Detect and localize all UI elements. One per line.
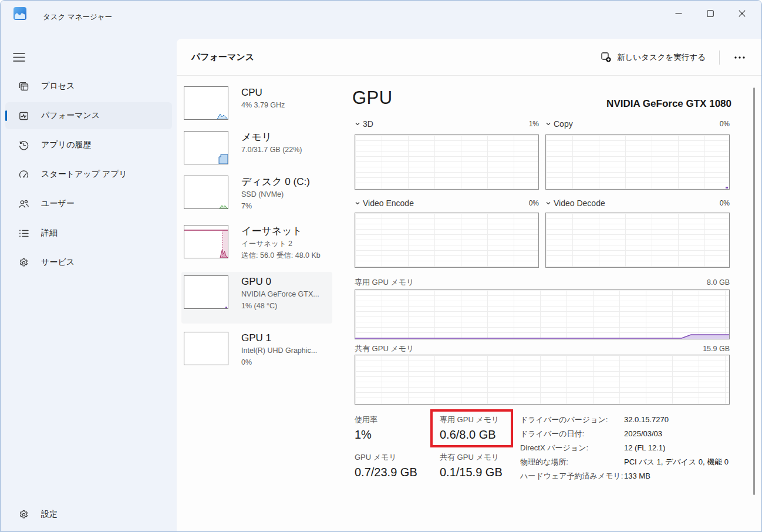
run-new-task-button[interactable]: 新しいタスクを実行する <box>596 49 710 66</box>
perf-item-stat: NVIDIA GeForce GTX... <box>241 289 319 300</box>
content-panel: パフォーマンス 新しいタスクを実行する <box>177 39 761 531</box>
detail-row: ハードウェア予約済みメモリ: 133 MB <box>520 471 731 485</box>
detail-row: DirectX バージョン: 12 (FL 12.1) <box>520 443 731 457</box>
chart-value: 0% <box>720 120 730 128</box>
vertical-scrollbar[interactable] <box>753 87 755 495</box>
shared-memory-chart <box>355 355 730 405</box>
chart-value: 1% <box>529 120 539 128</box>
sidebar-item-services[interactable]: サービス <box>5 249 172 276</box>
perf-item-disk[interactable]: ディスク 0 (C:) SSD (NVMe) 7% <box>184 176 310 211</box>
task-manager-window: タスク マネージャー <box>0 0 762 532</box>
sidebar-item-processes[interactable]: プロセス <box>5 73 172 100</box>
sidebar-item-label: パフォーマンス <box>41 110 100 121</box>
gpu-title: GPU <box>352 87 393 109</box>
dedicated-memory-max: 8.0 GB <box>707 278 730 287</box>
details-icon <box>18 228 29 239</box>
users-icon <box>18 198 29 210</box>
perf-item-stat: Intel(R) UHD Graphic... <box>241 346 317 356</box>
perf-item-gpu1[interactable]: GPU 1 Intel(R) UHD Graphic... 0% <box>184 332 317 368</box>
sidebar-item-label: 詳細 <box>41 228 58 238</box>
perf-item-cpu[interactable]: CPU 4% 3.79 GHz <box>184 86 285 120</box>
titlebar: タスク マネージャー <box>1 1 761 39</box>
disk-mini-chart <box>184 176 228 209</box>
dedicated-memory-chart <box>355 289 730 339</box>
perf-item-name: CPU <box>241 86 285 99</box>
app-history-icon <box>18 140 29 151</box>
hamburger-icon[interactable] <box>12 50 26 63</box>
stat-shared-memory: 共有 GPU メモリ 0.1/15.9 GB <box>440 453 522 479</box>
settings-label: 設定 <box>41 509 58 520</box>
video-decode-chart <box>545 213 730 268</box>
sidebar-item-startup-apps[interactable]: スタートアップ アプリ <box>5 161 172 188</box>
perf-item-name: ディスク 0 (C:) <box>241 176 310 188</box>
video-encode-chart <box>355 213 539 268</box>
chevron-down-icon <box>545 121 551 127</box>
perf-item-stat: SSD (NVMe) <box>241 190 310 200</box>
run-new-task-label: 新しいタスクを実行する <box>617 52 706 63</box>
stat-utilization: 使用率 1% <box>355 415 437 442</box>
perf-item-gpu0[interactable]: GPU 0 NVIDIA GeForce GTX... 1% (48 °C) <box>184 275 319 311</box>
chart-section-video-encode[interactable]: Video Encode <box>355 198 414 208</box>
ethernet-mini-chart <box>184 225 228 258</box>
sidebar-item-app-history[interactable]: アプリの履歴 <box>5 132 172 159</box>
perf-item-stat: 送信: 56.0 受信: 48.0 Kb <box>241 251 321 261</box>
perf-item-stat: 0% <box>241 358 317 368</box>
3d-chart <box>355 134 539 190</box>
gpu-detail-pane: GPU NVIDIA GeForce GTX 1080 3D 1% Copy 0… <box>350 83 734 523</box>
detail-row: ドライバーのバージョン: 32.0.15.7270 <box>520 415 731 429</box>
new-task-icon <box>601 52 611 62</box>
chevron-down-icon <box>355 121 360 127</box>
perf-item-name: メモリ <box>241 131 302 144</box>
sidebar-item-performance[interactable]: パフォーマンス <box>5 102 172 129</box>
perf-item-stat: 7.0/31.7 GB (22%) <box>241 145 302 156</box>
cpu-mini-chart <box>184 86 228 120</box>
gear-icon <box>18 509 29 520</box>
chart-section-3d[interactable]: 3D <box>355 119 373 129</box>
chart-value: 0% <box>720 199 730 207</box>
chart-section-video-decode[interactable]: Video Decode <box>545 198 605 208</box>
perf-item-stat: 4% 3.79 GHz <box>241 100 285 111</box>
chevron-down-icon <box>545 200 551 206</box>
sidebar-item-label: アプリの履歴 <box>41 140 91 150</box>
sidebar: プロセス パフォーマンス <box>1 39 177 531</box>
minimize-icon[interactable] <box>663 1 694 26</box>
content-header: パフォーマンス 新しいタスクを実行する <box>177 39 761 76</box>
copy-chart <box>545 134 730 190</box>
services-icon <box>18 257 29 268</box>
sidebar-item-details[interactable]: 詳細 <box>5 220 172 247</box>
perf-item-stat: 1% (48 °C) <box>241 301 319 312</box>
highlight-box <box>430 409 513 447</box>
memory-mini-chart <box>184 131 228 164</box>
activity-dot <box>726 187 728 188</box>
maximize-icon[interactable] <box>694 1 726 26</box>
performance-icon <box>18 110 29 122</box>
startup-apps-icon <box>18 169 29 180</box>
task-manager-icon <box>14 7 26 20</box>
shared-memory-label: 共有 GPU メモリ <box>355 344 414 354</box>
ellipsis-icon[interactable] <box>729 53 751 62</box>
sidebar-item-users[interactable]: ユーザー <box>5 190 172 217</box>
perf-item-name: GPU 1 <box>241 332 317 345</box>
processes-icon <box>18 81 29 92</box>
sidebar-item-label: ユーザー <box>41 198 75 209</box>
header-separator <box>719 50 720 65</box>
perf-item-name: イーサネット <box>241 225 321 238</box>
detail-row: 物理的な場所: PCI バス 1, デバイス 0, 機能 0 <box>520 457 731 471</box>
perf-item-ethernet[interactable]: イーサネット イーサネット 2 送信: 56.0 受信: 48.0 Kb <box>184 225 321 261</box>
selected-accent-bar <box>5 110 7 121</box>
detail-row: ドライバーの日付: 2025/03/03 <box>520 429 731 443</box>
chart-section-copy[interactable]: Copy <box>545 119 573 129</box>
chart-value: 0% <box>529 199 539 207</box>
shared-memory-max: 15.9 GB <box>703 345 730 353</box>
stat-gpu-memory: GPU メモリ 0.7/23.9 GB <box>355 453 437 479</box>
sidebar-item-settings[interactable]: 設定 <box>5 501 172 528</box>
dedicated-memory-label: 専用 GPU メモリ <box>355 277 414 288</box>
gpu-device-name: NVIDIA GeForce GTX 1080 <box>606 98 731 110</box>
perf-item-memory[interactable]: メモリ 7.0/31.7 GB (22%) <box>184 131 302 164</box>
close-icon[interactable] <box>726 1 758 26</box>
sidebar-item-label: サービス <box>41 257 75 268</box>
gpu0-mini-chart <box>184 275 228 309</box>
gpu1-mini-chart <box>184 332 228 365</box>
perf-item-name: GPU 0 <box>241 275 319 288</box>
page-title: パフォーマンス <box>191 52 254 63</box>
